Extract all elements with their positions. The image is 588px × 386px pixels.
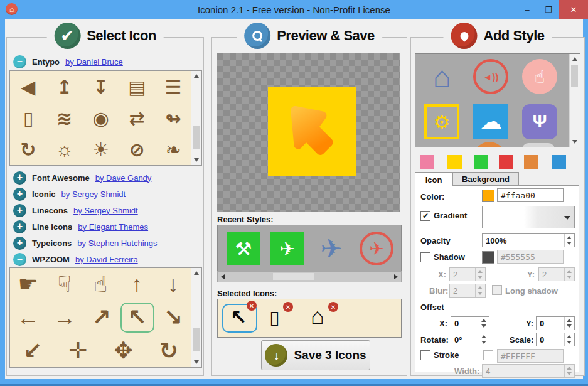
- expand-fontawesome-button[interactable]: +: [13, 171, 26, 185]
- spin-up-icon[interactable]: [565, 234, 574, 240]
- spin-down-icon[interactable]: [476, 291, 485, 297]
- blur-spinner[interactable]: 2: [449, 284, 486, 298]
- stroke-width-spinner[interactable]: 4: [482, 364, 575, 378]
- arrow-up-right-icon[interactable]: ↗: [83, 303, 119, 333]
- scroll-up-icon[interactable]: [572, 57, 577, 61]
- loop-icon[interactable]: ↬: [156, 103, 191, 133]
- green-swatch[interactable]: [474, 155, 488, 169]
- shadow-x-spinner[interactable]: 2: [449, 267, 486, 281]
- scroll-right-icon[interactable]: [394, 274, 398, 279]
- arrow-up-icon[interactable]: ↑: [119, 269, 154, 299]
- shadow-color-input[interactable]: #555555: [497, 250, 564, 264]
- arrow-down-left-icon[interactable]: ↙: [15, 336, 50, 366]
- expand-linecons-button[interactable]: +: [13, 204, 26, 217]
- cycle-icon[interactable]: ↻: [11, 134, 46, 164]
- spin-up-icon[interactable]: [479, 317, 489, 323]
- spinner-buttons[interactable]: [564, 317, 574, 330]
- stroke-color-input[interactable]: #FFFFFF: [497, 349, 564, 363]
- thumbs-up-style-tile[interactable]: ☝: [522, 59, 557, 94]
- arrows-in-icon[interactable]: ✛: [60, 336, 95, 366]
- spin-up-icon[interactable]: [565, 268, 574, 274]
- library-author-link[interactable]: by Sergey Shmidt: [61, 190, 126, 199]
- spinner-buttons[interactable]: [564, 333, 574, 346]
- scroll-left-icon[interactable]: [221, 274, 225, 279]
- arrow-up-left-icon[interactable]: ↖: [230, 306, 247, 330]
- remove-arrow-button[interactable]: ✕: [247, 301, 257, 311]
- hand-right-icon[interactable]: ☛: [11, 269, 46, 299]
- scrollbar-thumb[interactable]: [193, 126, 200, 149]
- scrollbar-thumb[interactable]: [273, 273, 314, 280]
- spinner-buttons[interactable]: [564, 234, 574, 247]
- remove-mobile-button[interactable]: ✕: [283, 302, 293, 312]
- tab-icon[interactable]: Icon: [415, 172, 452, 187]
- scroll-down-icon[interactable]: [194, 158, 199, 162]
- spin-up-icon[interactable]: [565, 365, 574, 371]
- library-author-link[interactable]: by Dave Gandy: [95, 173, 152, 183]
- maximize-button[interactable]: ❐: [538, 0, 559, 19]
- mobile-icon[interactable]: ▯: [11, 103, 46, 133]
- remove-home-button[interactable]: ✕: [328, 302, 338, 312]
- library-author-link[interactable]: by Sergey Shmidt: [73, 206, 138, 215]
- offset-x-spinner[interactable]: 0: [451, 316, 489, 330]
- orange-swatch[interactable]: [524, 155, 538, 169]
- offset-y-spinner[interactable]: 0: [536, 316, 575, 330]
- spinner-buttons[interactable]: [479, 333, 489, 346]
- arrows-out-icon[interactable]: ✥: [106, 336, 141, 366]
- plane-blue-style[interactable]: ✈: [314, 232, 348, 265]
- spinner-buttons[interactable]: [564, 365, 574, 377]
- gradient-checkbox[interactable]: ✔: [420, 211, 430, 221]
- sound-mute-icon[interactable]: ⊘: [119, 134, 154, 164]
- scroll-down-icon[interactable]: [572, 140, 577, 144]
- brightness-low-icon[interactable]: ☼: [47, 134, 82, 164]
- pink-swatch[interactable]: [420, 155, 434, 169]
- speaker-style-tile[interactable]: ◄)): [473, 59, 508, 94]
- red-swatch[interactable]: [499, 155, 513, 169]
- shadow-checkbox[interactable]: [420, 252, 430, 262]
- shadow-y-spinner[interactable]: 2: [538, 267, 575, 281]
- spin-up-icon[interactable]: [476, 284, 485, 291]
- cloud-style-tile[interactable]: ☁: [473, 104, 508, 139]
- plane-red-circle-style[interactable]: ✈: [360, 232, 393, 265]
- stroke-checkbox[interactable]: [420, 350, 430, 360]
- rotate-cw-icon[interactable]: ↻: [151, 336, 186, 366]
- spin-up-icon[interactable]: [565, 317, 574, 323]
- expand-iconic-button[interactable]: +: [13, 188, 26, 201]
- scrollbar-thumb[interactable]: [571, 65, 578, 87]
- hand-up-icon[interactable]: ☝: [83, 269, 118, 299]
- upload-icon[interactable]: ↥: [47, 72, 82, 102]
- spin-down-icon[interactable]: [565, 340, 574, 346]
- close-button[interactable]: ✕: [559, 0, 588, 19]
- stroke-color-checkbox[interactable]: [483, 350, 493, 360]
- spinner-buttons[interactable]: [475, 268, 485, 281]
- wifi-icon[interactable]: ≋: [47, 103, 82, 133]
- arrow-down-right-icon[interactable]: ↘: [156, 303, 191, 333]
- expand-lineicons-button[interactable]: +: [13, 220, 26, 233]
- partial-style-tile[interactable]: [473, 142, 506, 147]
- arrow-down-icon[interactable]: ↓: [156, 269, 191, 299]
- plane-green-style[interactable]: ✈: [270, 232, 304, 265]
- spin-up-icon[interactable]: [565, 333, 574, 340]
- save-icons-button[interactable]: ↓ Save 3 Icons: [261, 340, 370, 370]
- gear-style-tile[interactable]: ⚙: [424, 104, 459, 139]
- sound-icon[interactable]: ❧: [156, 134, 191, 164]
- collapse-entypo-button[interactable]: –: [13, 55, 26, 68]
- entypo-grid-scrollbar[interactable]: [191, 71, 201, 165]
- shuffle-icon[interactable]: ⇄: [119, 103, 154, 133]
- library-author-link[interactable]: by Stephen Hutchings: [77, 239, 157, 248]
- home-icon[interactable]: ⌂: [311, 303, 324, 330]
- opacity-spinner[interactable]: 100%: [482, 233, 575, 247]
- mobile-icon[interactable]: ▯: [269, 306, 280, 328]
- news-icon[interactable]: ☰: [156, 72, 191, 102]
- wpzoom-grid-scrollbar[interactable]: [191, 268, 201, 367]
- arrow-up-left-icon-selected[interactable]: ↖: [120, 303, 154, 333]
- spinner-buttons[interactable]: [564, 268, 574, 281]
- collapse-wpzoom-button[interactable]: –: [13, 253, 26, 266]
- scroll-down-icon[interactable]: [194, 360, 199, 364]
- scroll-up-icon[interactable]: [194, 271, 199, 275]
- partial-style-tile[interactable]: [522, 143, 555, 147]
- library-author-link[interactable]: by Elegant Themes: [78, 222, 148, 232]
- shadow-color-swatch[interactable]: [482, 251, 494, 264]
- spin-down-icon[interactable]: [565, 323, 574, 330]
- camera-icon[interactable]: ◉: [83, 103, 118, 133]
- mic-style-tile[interactable]: Ψ: [522, 104, 557, 139]
